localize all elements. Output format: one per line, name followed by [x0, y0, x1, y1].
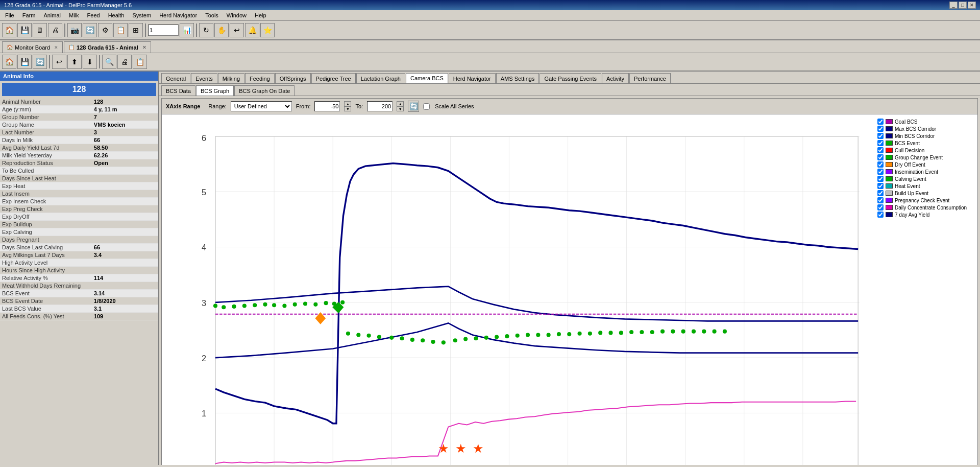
window-title: 128 Grada 615 - Animal - DelPro FarmMana…	[4, 2, 132, 8]
animal-info-field-value	[92, 182, 158, 190]
animal-info-field-value: 4 y, 11 m	[92, 106, 158, 113]
toolbar2-clipboard-btn[interactable]: 📋	[133, 55, 147, 69]
tab-monitor-board-close[interactable]: ✕	[54, 45, 58, 50]
tab-animal-close[interactable]: ✕	[142, 45, 146, 50]
toolbar2-search-btn[interactable]: 🔍	[102, 55, 116, 69]
sub-tab-bcs-graph[interactable]: BCS Graph	[196, 85, 234, 96]
svg-text:2: 2	[202, 354, 206, 363]
to-spin-down[interactable]: ▼	[397, 106, 404, 111]
toolbar-save-btn[interactable]: 💾	[17, 23, 32, 37]
menu-file[interactable]: File	[2, 11, 17, 19]
close-btn[interactable]: ✕	[968, 2, 976, 9]
toolbar-monitor-btn[interactable]: 🖥	[33, 23, 47, 37]
tab-monitor-board[interactable]: 🏠 Monitor Board ✕	[2, 41, 63, 53]
toolbar2-refresh-btn[interactable]: 🔄	[33, 55, 47, 69]
toolbar2-save-btn[interactable]: 💾	[17, 55, 32, 69]
range-refresh-btn[interactable]: 🔄	[408, 101, 419, 112]
nav-tab-lactation[interactable]: Lactation Graph	[356, 73, 405, 83]
nav-tab-events[interactable]: Events	[191, 73, 217, 83]
minimize-btn[interactable]: _	[949, 2, 958, 9]
menu-window[interactable]: Window	[224, 11, 250, 19]
menu-help[interactable]: Help	[252, 11, 270, 19]
legend-calving-checkbox[interactable]	[877, 176, 884, 182]
title-bar-controls[interactable]: _ □ ✕	[949, 2, 976, 9]
menu-feed[interactable]: Feed	[84, 11, 103, 19]
legend-avg-yield-checkbox[interactable]	[877, 212, 884, 218]
svg-point-71	[356, 333, 360, 337]
nav-tab-ams-settings[interactable]: AMS Settings	[496, 73, 540, 83]
legend-insemination-checkbox[interactable]	[877, 169, 884, 175]
legend-concentrate-checkbox[interactable]	[877, 204, 884, 211]
from-spin-up[interactable]: ▲	[344, 101, 351, 106]
menu-herd-navigator[interactable]: Herd Navigator	[156, 11, 200, 19]
legend-max-bcs-corridor-checkbox[interactable]	[877, 126, 884, 132]
toolbar2-up-btn[interactable]: ⬆	[67, 55, 82, 69]
toolbar2-back-btn[interactable]: ↩	[52, 55, 66, 69]
nav-tab-camera-bcs[interactable]: Camera BCS	[406, 73, 448, 83]
toolbar-home-btn[interactable]: 🏠	[2, 23, 16, 37]
legend-heat-event-label: Heat Event	[895, 183, 920, 189]
to-input[interactable]	[367, 101, 393, 111]
toolbar-print-btn[interactable]: 🖨	[48, 23, 62, 37]
menu-milk[interactable]: Milk	[66, 11, 82, 19]
from-spin-down[interactable]: ▼	[344, 106, 351, 111]
sub-tab-bcs-graph-on-date[interactable]: BCS Graph On Date	[234, 85, 295, 96]
toolbar-settings-btn[interactable]: ⚙	[98, 23, 112, 37]
svg-point-65	[303, 301, 307, 306]
nav-tab-general[interactable]: General	[161, 73, 190, 83]
toolbar2: 🏠 💾 🔄 ↩ ⬆ ⬇ 🔍 🖨 📋	[0, 53, 980, 72]
scale-all-series-checkbox[interactable]	[423, 103, 430, 110]
nav-tab-herd-navigator[interactable]: Herd Navigator	[449, 73, 496, 83]
legend-group-change-checkbox[interactable]	[877, 154, 884, 160]
toolbar-chart-btn[interactable]: 📊	[180, 23, 194, 37]
menu-tools[interactable]: Tools	[202, 11, 222, 19]
maximize-btn[interactable]: □	[959, 2, 967, 9]
nav-tab-pedigree[interactable]: Pedigree Tree	[311, 73, 356, 83]
legend-pregnancy-check-checkbox[interactable]	[877, 197, 884, 203]
nav-tab-offsprings[interactable]: OffSprings	[275, 73, 311, 83]
sub-tab-bcs-data[interactable]: BCS Data	[161, 85, 195, 96]
toolbar-list-btn[interactable]: 📋	[113, 23, 128, 37]
animal-info-row: Exp Heat	[0, 182, 158, 190]
animal-info-field-value: 3.1	[92, 305, 158, 313]
animal-info-field-label: To Be Culled	[0, 167, 92, 175]
legend-build-up-label: Build Up Event	[895, 191, 928, 196]
menu-system[interactable]: System	[129, 11, 154, 19]
toolbar-grid-btn[interactable]: ⊞	[129, 23, 143, 37]
toolbar2-home-btn[interactable]: 🏠	[2, 55, 16, 69]
legend-build-up-checkbox[interactable]	[877, 190, 884, 196]
from-input[interactable]	[314, 101, 340, 111]
legend-dry-off-checkbox[interactable]	[877, 161, 884, 168]
to-spin-up[interactable]: ▲	[397, 101, 404, 106]
toolbar-input[interactable]	[148, 25, 179, 36]
tab-animal[interactable]: 📋 128 Grada 615 - Animal ✕	[64, 41, 151, 53]
toolbar-refresh-btn[interactable]: 🔄	[83, 23, 97, 37]
svg-point-56	[213, 304, 217, 308]
legend-concentrate-color	[886, 205, 893, 210]
range-dropdown[interactable]: User Defined	[231, 101, 292, 111]
toolbar-undo-btn[interactable]: ↩	[230, 23, 244, 37]
nav-tab-activity[interactable]: Activity	[602, 73, 629, 83]
nav-tab-feeding[interactable]: Feeding	[245, 73, 275, 83]
toolbar-move-btn[interactable]: ✋	[214, 23, 229, 37]
legend-dry-off-color	[886, 162, 893, 167]
toolbar-bell-btn[interactable]: 🔔	[245, 23, 259, 37]
menu-animal[interactable]: Animal	[40, 11, 64, 19]
nav-tab-milking[interactable]: Milking	[218, 73, 244, 83]
nav-tab-gate-passing[interactable]: Gate Passing Events	[540, 73, 601, 83]
legend-bcs-event-checkbox[interactable]	[877, 140, 884, 146]
nav-tab-performance[interactable]: Performance	[629, 73, 671, 83]
toolbar2-down-btn[interactable]: ⬇	[83, 55, 97, 69]
legend-build-up: Build Up Event	[877, 190, 975, 196]
legend-goal-bcs-checkbox[interactable]	[877, 119, 884, 125]
toolbar2-print-btn[interactable]: 🖨	[117, 55, 132, 69]
legend-cull-decision-checkbox[interactable]	[877, 147, 884, 153]
toolbar-rotate-btn[interactable]: ↻	[199, 23, 213, 37]
toolbar-camera-btn[interactable]: 📷	[67, 23, 82, 37]
legend-heat-event-checkbox[interactable]	[877, 183, 884, 189]
menu-health[interactable]: Health	[105, 11, 128, 19]
animal-tab-icon: 📋	[68, 44, 75, 50]
menu-farm[interactable]: Farm	[19, 11, 39, 19]
legend-min-bcs-corridor-checkbox[interactable]	[877, 133, 884, 139]
toolbar-star-btn[interactable]: ⭐	[260, 23, 275, 37]
